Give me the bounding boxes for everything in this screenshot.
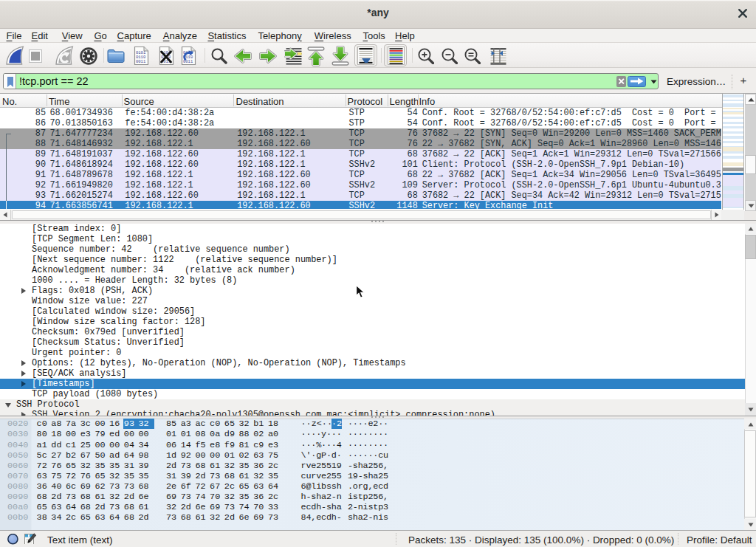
svg-text:0011: 0011	[136, 59, 146, 64]
